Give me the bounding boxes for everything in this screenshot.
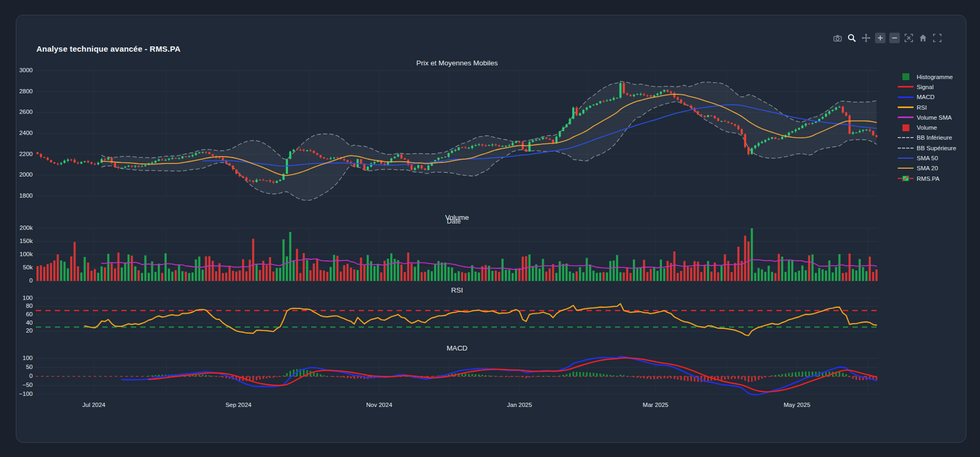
line-swatch-icon <box>897 96 915 98</box>
legend-item-macd[interactable]: MACD <box>897 92 956 102</box>
rsi-panel[interactable] <box>36 304 878 336</box>
x-tick-label: Nov 2024 <box>356 402 403 408</box>
y-tick-label: 50k <box>8 264 33 270</box>
legend-label: Volume <box>917 124 937 131</box>
y-tick-label: 2800 <box>8 88 33 94</box>
legend-item-sma-20[interactable]: SMA 20 <box>897 163 956 173</box>
technical-analysis-app: Analyse technique avancée - RMS.PA Prix … <box>0 0 980 457</box>
x-tick-label: Sep 2024 <box>215 402 262 408</box>
x-tick-label: Jul 2024 <box>70 402 118 408</box>
y-tick-label: 100 <box>8 295 33 301</box>
y-tick-label: 2200 <box>8 151 33 157</box>
legend-item-bb-sup-rieure[interactable]: BB Supérieure <box>897 143 956 153</box>
y-tick-label: −100 <box>8 391 33 397</box>
y-tick-label: 3000 <box>8 67 33 73</box>
line-swatch-icon <box>897 116 915 118</box>
y-tick-label: 60 <box>8 311 33 317</box>
y-tick-label: 100k <box>8 251 33 257</box>
y-tick-label: 0 <box>8 277 33 284</box>
legend-label: RMS.PA <box>917 176 939 182</box>
line-swatch-icon <box>897 106 915 108</box>
y-tick-label: 1800 <box>8 192 33 199</box>
legend-item-volume[interactable]: Volume <box>897 122 956 132</box>
chart-legend: HistogrammeSignalMACDRSIVolume SMAVolume… <box>897 72 956 183</box>
price-panel[interactable] <box>36 81 878 200</box>
dash-swatch-icon <box>897 137 915 138</box>
legend-item-rms-pa[interactable]: RMS.PA <box>897 173 956 183</box>
x-tick-label: Jan 2025 <box>496 402 543 408</box>
y-tick-label: 150k <box>8 238 33 244</box>
y-tick-label: 80 <box>8 303 33 309</box>
volume-panel-title: Volume <box>36 213 878 221</box>
dash-swatch-icon <box>897 148 915 149</box>
y-tick-label: 50 <box>8 364 33 370</box>
y-tick-label: 2000 <box>8 171 33 178</box>
y-tick-label: 2600 <box>8 109 33 115</box>
line-thin-swatch-icon <box>897 158 915 159</box>
candle-swatch-icon <box>897 174 915 182</box>
legend-label: RSI <box>917 104 927 111</box>
y-tick-label: 2400 <box>8 130 33 136</box>
legend-item-volume-sma[interactable]: Volume SMA <box>897 112 956 122</box>
line-swatch-icon <box>897 86 915 87</box>
y-tick-label: 0 <box>8 373 33 379</box>
legend-label: BB Inférieure <box>917 134 952 141</box>
legend-label: Histogramme <box>917 74 953 80</box>
legend-item-signal[interactable]: Signal <box>897 82 956 92</box>
legend-label: SMA 20 <box>917 165 938 171</box>
y-tick-label: 40 <box>8 319 33 326</box>
legend-item-histogramme[interactable]: Histogramme <box>897 72 956 82</box>
macd-panel[interactable] <box>36 356 878 395</box>
y-tick-label: 20 <box>8 327 33 334</box>
legend-item-rsi[interactable]: RSI <box>897 102 956 112</box>
y-tick-label: −50 <box>8 382 33 388</box>
x-tick-label: Mar 2025 <box>632 402 679 408</box>
chart-canvas[interactable] <box>0 0 980 457</box>
square-swatch-icon <box>897 124 915 131</box>
legend-label: BB Supérieure <box>917 145 956 151</box>
legend-label: Signal <box>917 84 934 90</box>
price-panel-title: Prix et Moyennes Mobiles <box>36 59 878 67</box>
legend-item-sma-50[interactable]: SMA 50 <box>897 153 956 163</box>
line-thin-swatch-icon <box>897 168 915 169</box>
legend-label: Volume SMA <box>917 114 952 121</box>
y-tick-label: 200k <box>8 225 33 231</box>
macd-panel-title: MACD <box>36 344 878 352</box>
legend-label: SMA 50 <box>917 155 938 161</box>
square-swatch-icon <box>897 73 915 80</box>
y-tick-label: 100 <box>8 355 33 361</box>
legend-label: MACD <box>917 94 935 100</box>
rsi-panel-title: RSI <box>36 286 878 294</box>
legend-item-bb-inf-rieure[interactable]: BB Inférieure <box>897 133 956 143</box>
x-tick-label: May 2025 <box>773 402 821 408</box>
